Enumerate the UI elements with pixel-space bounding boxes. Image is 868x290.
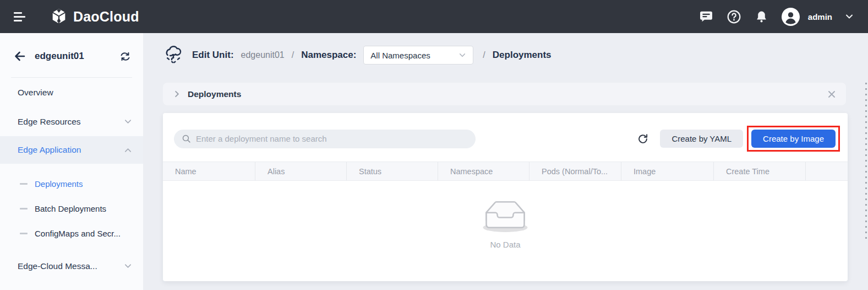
user-menu-chevron-down-icon[interactable] xyxy=(845,12,854,21)
hamburger-menu-icon[interactable] xyxy=(14,12,25,22)
sidebar-item-edge-cloud-messaging[interactable]: Edge-Cloud Messa... xyxy=(0,251,143,281)
column-header-pods: Pods (Normal/To... xyxy=(529,162,621,180)
page-title: Deployments xyxy=(493,50,552,61)
path-separator: / xyxy=(481,50,487,60)
sidebar-item-label: Edge Resources xyxy=(18,117,81,127)
dash-icon xyxy=(20,208,28,210)
sidebar-item-deployments[interactable]: Deployments xyxy=(0,171,143,196)
back-icon[interactable] xyxy=(13,50,26,63)
sidebar-subitem-label: ConfigMaps and Secr... xyxy=(35,229,121,238)
sidebar: edgeunit01 Overview Edge Resources Edge … xyxy=(0,33,143,290)
chevron-down-icon xyxy=(458,51,466,59)
sidebar-subitem-label: Deployments xyxy=(35,179,83,189)
sidebar-item-edge-application[interactable]: Edge Application xyxy=(0,136,143,164)
column-header-status: Status xyxy=(347,162,438,180)
path-separator: / xyxy=(290,50,296,60)
sidebar-item-label: Edge Application xyxy=(18,145,81,155)
deployments-panel: Create by YAML Create by Image Name Alia… xyxy=(163,113,848,281)
page-header: Edit Unit: edgeunit01 / Namespace: All N… xyxy=(163,41,552,69)
search-input[interactable] xyxy=(196,134,468,143)
sidebar-item-overview[interactable]: Overview xyxy=(0,78,143,107)
chat-icon[interactable] xyxy=(698,9,714,24)
user-avatar[interactable] xyxy=(782,8,800,26)
username[interactable]: admin xyxy=(808,12,832,22)
edit-unit-label: Edit Unit: xyxy=(192,50,234,61)
sidebar-header: edgeunit01 xyxy=(0,33,143,77)
close-icon[interactable] xyxy=(827,90,836,99)
unit-name: edgeunit01 xyxy=(241,50,285,60)
chevron-up-icon xyxy=(124,146,132,154)
topbar: DaoCloud xyxy=(0,0,868,33)
chevron-down-icon xyxy=(124,262,132,270)
vertical-scrollbar[interactable] xyxy=(865,83,867,241)
sidebar-item-configmaps-and-secrets[interactable]: ConfigMaps and Secr... xyxy=(0,221,143,246)
breadcrumb-chevron-icon xyxy=(173,90,181,98)
toolbar: Create by YAML Create by Image xyxy=(163,113,848,162)
empty-inbox-icon xyxy=(163,197,848,234)
sidebar-item-label: Edge-Cloud Messa... xyxy=(18,261,97,271)
dash-icon xyxy=(20,183,28,185)
column-header-namespace: Namespace xyxy=(438,162,529,180)
column-header-alias: Alias xyxy=(255,162,347,180)
no-data-text: No Data xyxy=(163,240,848,249)
empty-state: No Data xyxy=(163,197,848,249)
search-icon xyxy=(182,134,191,143)
breadcrumb[interactable]: Deployments xyxy=(163,83,846,105)
help-icon[interactable] xyxy=(727,9,741,24)
namespace-label: Namespace: xyxy=(301,50,356,61)
sync-icon[interactable] xyxy=(119,51,131,62)
table-header-row: Name Alias Status Namespace Pods (Normal… xyxy=(163,162,848,181)
daocloud-logo-icon xyxy=(50,7,68,26)
selected-namespace: All Namespaces xyxy=(370,51,430,60)
create-by-image-button[interactable]: Create by Image xyxy=(751,130,836,148)
edge-application-subnav: Deployments Batch Deployments ConfigMaps… xyxy=(0,164,143,246)
brand-name: DaoCloud xyxy=(73,9,139,25)
bell-icon[interactable] xyxy=(754,9,769,24)
unit-title: edgeunit01 xyxy=(35,51,111,62)
sidebar-subitem-label: Batch Deployments xyxy=(35,204,106,213)
column-header-actions xyxy=(806,162,848,180)
sidebar-item-batch-deployments[interactable]: Batch Deployments xyxy=(0,196,143,221)
sidebar-item-label: Overview xyxy=(18,88,53,98)
column-header-image: Image xyxy=(621,162,714,180)
edit-unit-icon xyxy=(163,45,184,66)
namespace-select[interactable]: All Namespaces xyxy=(363,46,473,65)
daocloud-logo[interactable]: DaoCloud xyxy=(50,7,139,26)
sidebar-item-edge-resources[interactable]: Edge Resources xyxy=(0,107,143,136)
create-by-yaml-button[interactable]: Create by YAML xyxy=(660,130,743,148)
search-box xyxy=(174,130,476,148)
dash-icon xyxy=(20,233,28,234)
chevron-down-icon xyxy=(124,117,132,126)
column-header-create-time: Create Time xyxy=(714,162,806,180)
refresh-icon[interactable] xyxy=(637,133,649,145)
annotation-highlight-box: Create by Image xyxy=(747,126,840,152)
column-header-name: Name xyxy=(163,162,255,180)
breadcrumb-label: Deployments xyxy=(188,89,241,99)
